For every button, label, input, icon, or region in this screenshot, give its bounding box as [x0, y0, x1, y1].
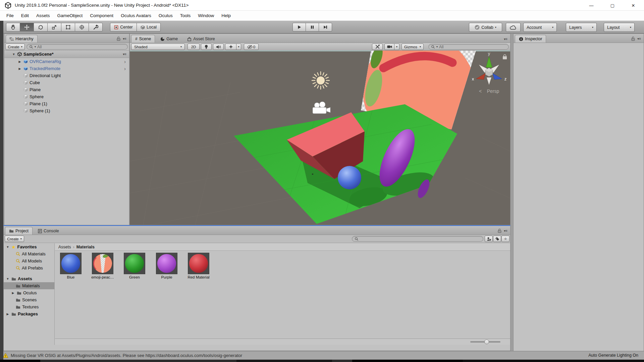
pause-button[interactable] — [306, 23, 319, 32]
project-create-button[interactable]: Create ▾ — [5, 236, 24, 242]
hierarchy-row-trackedremote[interactable]: ▶ TrackedRemote › — [4, 65, 129, 72]
menu-component[interactable]: Component — [86, 11, 117, 20]
menu-oculus-avatars[interactable]: Oculus Avatars — [117, 11, 155, 20]
scale-tool-button[interactable] — [47, 23, 61, 32]
prefab-chevron-icon[interactable]: › — [124, 66, 126, 71]
close-button[interactable]: ✕ — [628, 1, 639, 10]
component-tools-button[interactable] — [372, 44, 383, 50]
menu-window[interactable]: Window — [194, 11, 218, 20]
pan-tool-button[interactable] — [6, 23, 20, 32]
collab-button[interactable]: Collab ▾ — [469, 23, 502, 32]
2d-toggle-button[interactable]: 2D — [187, 44, 200, 50]
shading-mode-dropdown[interactable]: Shaded ▾ — [131, 44, 185, 50]
menu-file[interactable]: File — [3, 11, 17, 20]
breadcrumb-assets[interactable]: Assets — [58, 245, 71, 249]
material-item-green[interactable]: Green — [120, 253, 149, 279]
material-item-emoji-peach[interactable]: emoji-peac… — [89, 253, 117, 279]
hierarchy-row-ovrcamerarig[interactable]: ▶ OVRCameraRig › — [4, 58, 129, 65]
expander-open-icon[interactable]: ▼ — [6, 245, 10, 249]
scene-search-input[interactable]: ▾ All — [428, 44, 509, 50]
blue-sphere[interactable] — [338, 166, 361, 189]
tab-console[interactable]: Console — [34, 227, 63, 235]
pivot-toggle-button[interactable]: Center — [110, 23, 137, 32]
hierarchy-row-sphere-1[interactable]: Sphere (1) — [4, 107, 129, 114]
move-tool-button[interactable] — [20, 23, 34, 32]
step-button[interactable] — [319, 23, 332, 32]
search-by-label-button[interactable] — [493, 236, 501, 242]
project-search-input[interactable] — [352, 236, 483, 242]
tree-favorites[interactable]: ▼ ★ Favorites — [4, 243, 54, 250]
expander-closed-icon[interactable]: ▶ — [18, 60, 22, 63]
lock-icon[interactable] — [117, 37, 120, 41]
effects-dropdown[interactable]: ▾ — [236, 44, 241, 50]
expander-closed-icon[interactable]: ▶ — [6, 312, 10, 316]
hierarchy-search-input[interactable]: ▾ All — [26, 44, 128, 50]
tree-oculus[interactable]: ▶ Oculus — [4, 289, 54, 296]
hierarchy-row-sphere[interactable]: Sphere — [4, 93, 129, 100]
hierarchy-row-plane-1[interactable]: Plane (1) — [4, 100, 129, 107]
lock-icon[interactable] — [631, 37, 635, 41]
menu-edit[interactable]: Edit — [17, 11, 33, 20]
expander-open-icon[interactable]: ▼ — [12, 53, 16, 56]
hierarchy-row-cube[interactable]: Cube — [4, 79, 129, 86]
custom-tool-button[interactable] — [89, 23, 103, 32]
tree-all-prefabs[interactable]: All Prefabs — [4, 264, 54, 272]
transform-tool-button[interactable] — [75, 23, 89, 32]
breadcrumb-materials[interactable]: Materials — [76, 245, 95, 249]
scene-header-row[interactable]: ▼ SampleScene* ▾≡ — [4, 51, 129, 58]
material-item-red[interactable]: Red Material — [184, 253, 213, 279]
expander-closed-icon[interactable]: ▶ — [18, 67, 22, 70]
prefab-chevron-icon[interactable]: › — [124, 59, 126, 64]
scene-audio-toggle[interactable] — [213, 44, 224, 50]
tab-inspector[interactable]: Inspector — [515, 35, 546, 43]
hierarchy-row-plane[interactable]: Plane — [4, 86, 129, 93]
menu-tools[interactable]: Tools — [176, 11, 195, 20]
rotate-tool-button[interactable] — [34, 23, 48, 32]
tree-textures[interactable]: Textures — [4, 303, 54, 310]
cloud-button[interactable] — [506, 23, 521, 32]
play-button[interactable] — [292, 23, 306, 32]
tree-materials-selected[interactable]: Materials — [4, 282, 54, 289]
search-by-type-button[interactable] — [485, 236, 493, 242]
directional-light-gizmo[interactable] — [312, 72, 329, 89]
lock-icon[interactable] — [498, 229, 501, 233]
menu-gameobject[interactable]: GameObject — [54, 11, 87, 20]
tab-game[interactable]: Game — [156, 35, 182, 43]
scene-visibility-toggle[interactable]: 0 — [244, 44, 259, 50]
expander-open-icon[interactable]: ▼ — [6, 277, 10, 281]
maximize-button[interactable]: ▢ — [607, 1, 618, 10]
lighting-status[interactable]: Auto Generate Lighting On — [588, 353, 638, 358]
account-dropdown[interactable]: Account ▾ — [523, 23, 557, 32]
tab-scene[interactable]: # Scene — [131, 35, 155, 43]
scene-camera-button[interactable] — [384, 44, 394, 50]
tree-assets[interactable]: ▼ Assets — [4, 275, 54, 282]
pane-menu-icon[interactable]: ▾≡ — [123, 37, 126, 41]
layout-dropdown[interactable]: Layout ▾ — [604, 23, 635, 32]
hierarchy-row-directional-light[interactable]: Directional Light — [4, 72, 129, 79]
material-item-blue[interactable]: Blue — [57, 253, 85, 279]
tree-all-materials[interactable]: All Materials — [4, 250, 54, 257]
tab-asset-store[interactable]: Asset Store — [183, 35, 219, 43]
space-toggle-button[interactable]: Local — [137, 23, 161, 32]
status-bar[interactable]: ! Missing Gear VR OSIG at Assets/Plugins… — [0, 351, 644, 360]
menu-assets[interactable]: Assets — [33, 11, 54, 20]
pane-menu-icon[interactable]: ▾≡ — [504, 229, 507, 233]
scene-effects-toggle[interactable] — [225, 44, 236, 50]
scene-viewport[interactable]: y x z < Persp — [130, 51, 510, 225]
minimize-button[interactable]: — — [586, 1, 597, 10]
scene-menu-icon[interactable]: ▾≡ — [123, 52, 129, 56]
rect-tool-button[interactable] — [61, 23, 75, 32]
camera-dropdown[interactable]: ▾ — [394, 44, 399, 50]
pane-menu-icon[interactable]: ▾≡ — [504, 37, 507, 41]
tree-packages[interactable]: ▶ Packages — [4, 310, 54, 317]
menu-help[interactable]: Help — [218, 11, 234, 20]
menu-oculus[interactable]: Oculus — [155, 11, 176, 20]
gizmos-dropdown[interactable]: Gizmos ▾ — [401, 44, 424, 50]
tree-scenes[interactable]: Scenes — [4, 296, 54, 303]
pane-menu-icon[interactable]: ▾≡ — [637, 37, 641, 41]
save-search-button[interactable]: ★ — [501, 236, 509, 242]
expander-closed-icon[interactable]: ▶ — [11, 291, 15, 295]
scene-lighting-toggle[interactable] — [201, 44, 212, 50]
slider-knob[interactable] — [484, 340, 489, 344]
hierarchy-create-button[interactable]: Create ▾ — [5, 44, 25, 50]
